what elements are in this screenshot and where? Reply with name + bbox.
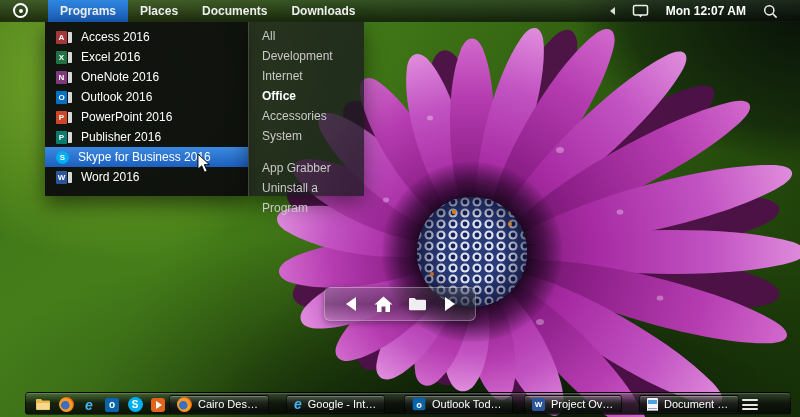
taskbar-window-google[interactable]: e Google - Intern... — [286, 395, 385, 413]
category-office[interactable]: Office — [249, 86, 364, 106]
category-all[interactable]: All — [249, 26, 364, 46]
media-player-icon[interactable] — [150, 397, 166, 413]
program-item-skype-for-business[interactable]: S Skype for Business 2016 — [45, 147, 248, 167]
word-icon: W — [532, 398, 545, 411]
menu-items: Programs Places Documents Downloads — [48, 0, 367, 22]
category-system[interactable]: System — [249, 126, 364, 146]
categories-menu: All Development Internet Office Accessor… — [248, 22, 364, 196]
category-separator — [249, 146, 364, 158]
forward-arrow-icon[interactable] — [442, 296, 458, 312]
action-uninstall-a-program[interactable]: Uninstall a Program — [249, 178, 364, 198]
program-item-outlook[interactable]: O Outlook 2016 — [45, 87, 248, 107]
program-label: Word 2016 — [81, 170, 139, 184]
program-item-publisher[interactable]: P Publisher 2016 — [45, 127, 248, 147]
menu-bar-right: Mon 12:07 AM — [610, 0, 778, 22]
program-label: OneNote 2016 — [81, 70, 159, 84]
program-item-access[interactable]: A Access 2016 — [45, 27, 248, 47]
cairo-menu-icon[interactable] — [13, 3, 28, 18]
word-icon: W — [56, 171, 72, 184]
outlook-icon[interactable]: o — [104, 397, 120, 413]
publisher-icon: P — [56, 131, 72, 144]
desktop-nav-widget — [324, 287, 476, 321]
program-item-powerpoint[interactable]: P PowerPoint 2016 — [45, 107, 248, 127]
internet-explorer-icon[interactable]: e — [81, 397, 97, 413]
taskbar: e o S Cairo Desktop... e Google - Intern… — [25, 392, 791, 415]
mouse-cursor — [197, 153, 212, 174]
top-menu-bar: Programs Places Documents Downloads Mon … — [0, 0, 800, 22]
collapse-arrow-icon[interactable] — [610, 7, 615, 15]
taskbar-window-cairo-desktop[interactable]: Cairo Desktop... — [169, 395, 269, 413]
taskbar-window-project-overview[interactable]: W Project Overvie... — [524, 395, 622, 413]
powerpoint-icon: P — [56, 111, 72, 124]
search-icon[interactable] — [763, 4, 778, 19]
outlook-icon: O — [56, 91, 72, 104]
category-internet[interactable]: Internet — [249, 66, 364, 86]
firefox-icon — [177, 397, 192, 412]
program-label: Excel 2016 — [81, 50, 140, 64]
taskbar-window-outlook-today[interactable]: o Outlook Today... — [404, 395, 513, 413]
skype-icon[interactable]: S — [127, 397, 143, 413]
programs-menu: A Access 2016 X Excel 2016 N OneNote 201… — [45, 22, 248, 196]
home-icon[interactable] — [374, 296, 393, 313]
onenote-icon: N — [56, 71, 72, 84]
clock[interactable]: Mon 12:07 AM — [666, 4, 746, 18]
wordpad-icon — [647, 398, 658, 411]
firefox-icon[interactable] — [58, 397, 74, 413]
program-item-onenote[interactable]: N OneNote 2016 — [45, 67, 248, 87]
program-label: Access 2016 — [81, 30, 150, 44]
menu-documents[interactable]: Documents — [190, 0, 279, 22]
skype-for-business-icon: S — [56, 151, 69, 164]
desktop: Programs Places Documents Downloads Mon … — [0, 0, 800, 417]
outlook-icon: o — [413, 398, 426, 411]
quick-launch: e o S — [35, 393, 166, 416]
program-label: Skype for Business 2016 — [78, 150, 211, 164]
folder-icon[interactable] — [408, 297, 427, 311]
menu-places[interactable]: Places — [128, 0, 190, 22]
action-app-grabber[interactable]: App Grabber — [249, 158, 364, 178]
program-item-word[interactable]: W Word 2016 — [45, 167, 248, 187]
category-accessories[interactable]: Accessories — [249, 106, 364, 126]
taskbar-window-document[interactable]: Document - W.. — [639, 395, 739, 413]
program-label: Outlook 2016 — [81, 90, 152, 104]
internet-explorer-icon: e — [294, 397, 302, 411]
taskbar-menu-icon[interactable] — [741, 397, 759, 412]
program-label: Publisher 2016 — [81, 130, 161, 144]
program-label: PowerPoint 2016 — [81, 110, 172, 124]
menu-programs[interactable]: Programs — [48, 0, 128, 22]
excel-icon: X — [56, 51, 72, 64]
menu-downloads[interactable]: Downloads — [279, 0, 367, 22]
display-icon[interactable] — [632, 4, 649, 19]
back-arrow-icon[interactable] — [343, 296, 359, 312]
category-development[interactable]: Development — [249, 46, 364, 66]
access-icon: A — [56, 31, 72, 44]
folder-icon[interactable] — [35, 397, 51, 413]
program-item-excel[interactable]: X Excel 2016 — [45, 47, 248, 67]
